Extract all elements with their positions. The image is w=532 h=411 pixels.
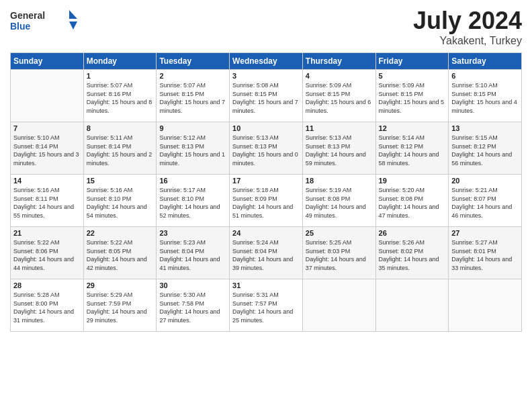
daylight: Daylight: 14 hours and 39 minutes.: [232, 256, 293, 271]
daylight: Daylight: 15 hours and 7 minutes.: [232, 99, 298, 114]
sunrise: Sunrise: 5:09 AM: [379, 82, 425, 89]
day-number: 7: [13, 124, 81, 132]
day-number: 20: [451, 177, 519, 185]
sunrise: Sunrise: 5:12 AM: [159, 134, 206, 141]
sunrise: Sunrise: 5:10 AM: [13, 134, 60, 141]
calendar-cell: 17 Sunrise: 5:18 AM Sunset: 8:09 PM Dayl…: [230, 175, 303, 227]
sunset: Sunset: 8:13 PM: [306, 143, 351, 150]
day-number: 18: [306, 177, 373, 185]
sunset: Sunset: 8:13 PM: [232, 143, 277, 150]
sunset: Sunset: 8:11 PM: [13, 195, 58, 202]
day-number: 8: [87, 124, 154, 132]
svg-text:General: General: [10, 10, 45, 21]
day-info: Sunrise: 5:16 AM Sunset: 8:10 PM Dayligh…: [87, 186, 154, 220]
calendar-cell: 29 Sunrise: 5:29 AM Sunset: 7:59 PM Dayl…: [83, 279, 157, 332]
calendar-cell: 23 Sunrise: 5:23 AM Sunset: 8:04 PM Dayl…: [157, 227, 230, 279]
sunset: Sunset: 8:04 PM: [159, 248, 204, 255]
sunset: Sunset: 7:58 PM: [159, 300, 204, 307]
day-info: Sunrise: 5:27 AM Sunset: 8:01 PM Dayligh…: [451, 238, 519, 272]
day-number: 28: [13, 281, 81, 289]
sunset: Sunset: 8:06 PM: [13, 248, 58, 255]
day-info: Sunrise: 5:22 AM Sunset: 8:06 PM Dayligh…: [13, 238, 81, 272]
day-info: Sunrise: 5:14 AM Sunset: 8:12 PM Dayligh…: [379, 134, 446, 167]
sunset: Sunset: 8:15 PM: [306, 91, 351, 97]
day-number: 25: [306, 229, 373, 237]
sunrise: Sunrise: 5:28 AM: [13, 291, 60, 298]
day-number: 27: [451, 229, 519, 237]
sunset: Sunset: 8:07 PM: [451, 195, 496, 202]
calendar-container: General Blue July 2024 Yakakent, Turkey …: [0, 0, 532, 411]
day-number: 23: [159, 229, 226, 237]
daylight: Daylight: 14 hours and 59 minutes.: [306, 151, 366, 167]
calendar-cell: 14 Sunrise: 5:16 AM Sunset: 8:11 PM Dayl…: [11, 175, 84, 227]
calendar-cell: 2 Sunrise: 5:07 AM Sunset: 8:15 PM Dayli…: [157, 70, 230, 122]
calendar-cell: 1 Sunrise: 5:07 AM Sunset: 8:16 PM Dayli…: [83, 70, 157, 122]
daylight: Daylight: 14 hours and 27 minutes.: [159, 308, 220, 324]
daylight: Daylight: 14 hours and 51 minutes.: [232, 203, 293, 219]
sunset: Sunset: 8:10 PM: [159, 195, 204, 202]
daylight: Daylight: 14 hours and 37 minutes.: [306, 256, 366, 271]
sunrise: Sunrise: 5:30 AM: [159, 291, 206, 298]
title-block: July 2024 Yakakent, Turkey: [413, 7, 522, 47]
day-info: Sunrise: 5:31 AM Sunset: 7:57 PM Dayligh…: [232, 291, 300, 324]
day-number: 31: [232, 281, 300, 289]
calendar-cell: [449, 279, 522, 332]
logo-svg: General Blue: [10, 7, 77, 34]
sunrise: Sunrise: 5:07 AM: [159, 82, 206, 89]
sunrise: Sunrise: 5:11 AM: [87, 134, 133, 141]
sunrise: Sunrise: 5:22 AM: [13, 239, 60, 246]
day-info: Sunrise: 5:10 AM Sunset: 8:15 PM Dayligh…: [451, 81, 519, 115]
day-info: Sunrise: 5:13 AM Sunset: 8:13 PM Dayligh…: [306, 134, 373, 167]
daylight: Daylight: 14 hours and 29 minutes.: [87, 308, 147, 324]
header-row: Sunday Monday Tuesday Wednesday Thursday…: [11, 53, 522, 70]
calendar-week-2: 14 Sunrise: 5:16 AM Sunset: 8:11 PM Dayl…: [11, 175, 522, 227]
logo: General Blue: [10, 7, 77, 34]
calendar-title: July 2024: [413, 7, 522, 35]
calendar-cell: 27 Sunrise: 5:27 AM Sunset: 8:01 PM Dayl…: [449, 227, 522, 279]
sunset: Sunset: 8:10 PM: [87, 195, 132, 202]
day-number: 4: [306, 72, 373, 80]
calendar-cell: 28 Sunrise: 5:28 AM Sunset: 8:00 PM Dayl…: [11, 279, 84, 332]
sunset: Sunset: 8:01 PM: [451, 248, 496, 255]
col-monday: Monday: [83, 53, 157, 70]
day-info: Sunrise: 5:16 AM Sunset: 8:11 PM Dayligh…: [13, 186, 81, 220]
sunset: Sunset: 8:16 PM: [87, 91, 132, 97]
day-info: Sunrise: 5:24 AM Sunset: 8:04 PM Dayligh…: [232, 238, 300, 272]
day-number: 5: [379, 72, 446, 80]
day-info: Sunrise: 5:09 AM Sunset: 8:15 PM Dayligh…: [306, 81, 373, 115]
day-number: 29: [87, 281, 154, 289]
sunset: Sunset: 8:05 PM: [87, 248, 132, 255]
calendar-cell: 25 Sunrise: 5:25 AM Sunset: 8:03 PM Dayl…: [302, 227, 375, 279]
day-info: Sunrise: 5:21 AM Sunset: 8:07 PM Dayligh…: [451, 186, 519, 220]
calendar-cell: 26 Sunrise: 5:26 AM Sunset: 8:02 PM Dayl…: [375, 227, 449, 279]
day-info: Sunrise: 5:17 AM Sunset: 8:10 PM Dayligh…: [159, 186, 226, 220]
sunset: Sunset: 8:04 PM: [232, 248, 277, 255]
day-number: 22: [87, 229, 154, 237]
day-number: 21: [13, 229, 81, 237]
sunset: Sunset: 8:14 PM: [13, 143, 58, 150]
col-saturday: Saturday: [449, 53, 522, 70]
day-number: 26: [379, 229, 446, 237]
day-number: 30: [159, 281, 226, 289]
calendar-cell: 3 Sunrise: 5:08 AM Sunset: 8:15 PM Dayli…: [230, 70, 303, 122]
sunset: Sunset: 8:14 PM: [87, 143, 132, 150]
day-info: Sunrise: 5:28 AM Sunset: 8:00 PM Dayligh…: [13, 291, 81, 324]
day-info: Sunrise: 5:08 AM Sunset: 8:15 PM Dayligh…: [232, 81, 300, 115]
day-info: Sunrise: 5:25 AM Sunset: 8:03 PM Dayligh…: [306, 238, 373, 272]
daylight: Daylight: 14 hours and 25 minutes.: [232, 308, 293, 324]
day-info: Sunrise: 5:18 AM Sunset: 8:09 PM Dayligh…: [232, 186, 300, 220]
sunrise: Sunrise: 5:23 AM: [159, 239, 206, 246]
daylight: Daylight: 14 hours and 52 minutes.: [159, 203, 220, 219]
daylight: Daylight: 15 hours and 5 minutes.: [379, 99, 445, 114]
calendar-cell: [302, 279, 375, 332]
sunset: Sunset: 8:15 PM: [379, 91, 424, 97]
sunset: Sunset: 7:57 PM: [232, 300, 277, 307]
day-number: 1: [87, 72, 154, 80]
calendar-cell: 8 Sunrise: 5:11 AM Sunset: 8:14 PM Dayli…: [83, 122, 157, 175]
calendar-cell: 18 Sunrise: 5:19 AM Sunset: 8:08 PM Dayl…: [302, 175, 375, 227]
sunset: Sunset: 7:59 PM: [87, 300, 132, 307]
day-number: 11: [306, 124, 373, 132]
calendar-cell: 10 Sunrise: 5:13 AM Sunset: 8:13 PM Dayl…: [230, 122, 303, 175]
day-number: 9: [159, 124, 226, 132]
day-info: Sunrise: 5:12 AM Sunset: 8:13 PM Dayligh…: [159, 134, 226, 167]
